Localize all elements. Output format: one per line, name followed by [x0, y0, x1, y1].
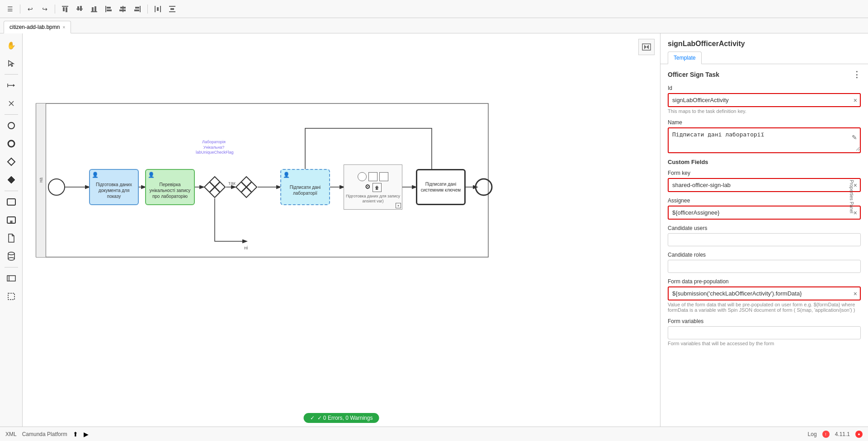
left-toolbar: ✋ [0, 33, 23, 441]
svg-rect-34 [7, 199, 15, 205]
id-clear-button[interactable]: × [854, 97, 857, 104]
form-variables-input[interactable] [668, 327, 860, 339]
name-input[interactable]: Підписати дані лабораторії [669, 128, 860, 151]
file-menu-button[interactable]: ☰ [4, 3, 16, 15]
form-key-label: Form key [668, 170, 861, 176]
subprocess-group[interactable]: ⚙ 🗑 Підготовка даних для запису ansient … [344, 164, 402, 210]
version-label: 4.11.1 [835, 431, 850, 437]
svg-point-42 [8, 258, 14, 260]
align-left-button[interactable] [102, 3, 115, 15]
id-input[interactable] [669, 94, 860, 106]
left-toolbar-sep-4 [5, 267, 18, 267]
form-data-field-group: Form data pre-population × Value of the … [668, 278, 861, 313]
name-input-wrapper: Підписати дані лабораторії ✎ [668, 127, 861, 153]
svg-rect-43 [7, 276, 15, 281]
xml-label[interactable]: XML [5, 431, 17, 437]
task-check-uniqueness[interactable]: 👤 Перевірка унікальності запису про лабо… [145, 169, 195, 205]
svg-point-39 [8, 252, 14, 255]
task-prepare-data[interactable]: 👤 Підготовка даних документа для показу [89, 169, 139, 205]
svg-rect-0 [62, 6, 68, 7]
template-tab[interactable]: Template [668, 52, 702, 64]
id-input-wrapper: × [668, 93, 861, 107]
svg-marker-47 [644, 45, 646, 49]
svg-rect-20 [157, 7, 159, 11]
filled-circle-button[interactable] [3, 136, 19, 152]
document-button[interactable] [3, 230, 19, 246]
gateway1-ni-label: ні [244, 245, 248, 250]
lasso-tool-button[interactable] [3, 95, 19, 112]
log-label[interactable]: Log [808, 431, 817, 437]
assignee-input[interactable] [669, 206, 860, 219]
selection-box-button[interactable] [3, 288, 19, 305]
left-toolbar-sep-2 [5, 114, 18, 115]
hand-tool-button[interactable]: ✋ [3, 37, 19, 53]
candidate-users-field-group: Candidate users [668, 225, 861, 246]
left-toolbar-sep-1 [5, 74, 18, 75]
rectangle-task-button[interactable] [3, 194, 19, 210]
align-right-button[interactable] [131, 3, 144, 15]
align-middle-button[interactable] [73, 3, 86, 15]
gateway-2[interactable] [235, 176, 258, 198]
pool-button[interactable] [3, 270, 19, 286]
select-tool-button[interactable] [3, 55, 19, 71]
custom-fields-title: Custom Fields [668, 159, 861, 165]
notification-badge: ! [822, 431, 830, 438]
candidate-roles-input[interactable] [668, 260, 860, 272]
assignee-clear-button[interactable]: × [854, 209, 857, 216]
redo-button[interactable]: ↩ [38, 3, 51, 15]
svg-rect-8 [94, 6, 96, 11]
form-data-input[interactable] [669, 287, 860, 300]
candidate-roles-label: Candidate roles [668, 252, 861, 258]
section-dots-menu[interactable]: ⋮ [853, 70, 861, 80]
tab-close-button[interactable]: × [62, 25, 65, 30]
subprocess-button[interactable] [3, 212, 19, 228]
filled-diamond-button[interactable] [3, 172, 19, 188]
svg-rect-17 [134, 9, 139, 11]
status-bar-right: Log ! 4.11.1 ● [660, 427, 868, 441]
minimap-button[interactable] [638, 39, 655, 55]
cylinder-data-button[interactable] [3, 248, 19, 264]
errors-badge-container: ✓ ✓ 0 Errors, 0 Warnings [304, 413, 379, 423]
align-center-button[interactable] [117, 3, 129, 15]
svg-rect-7 [92, 7, 94, 11]
name-field-group: Name Підписати дані лабораторії ✎ [668, 119, 861, 153]
main-area: ✋ [0, 33, 868, 441]
distribute-v-button[interactable] [166, 3, 179, 15]
candidate-users-label: Candidate users [668, 225, 861, 231]
properties-section: Officer Sign Task ⋮ Id × This maps to th… [660, 64, 868, 357]
form-variables-label: Form variables [668, 318, 861, 324]
properties-panel-tabs: Template [660, 52, 868, 64]
diamond-gateway-button[interactable] [3, 154, 19, 170]
svg-marker-32 [8, 158, 15, 165]
name-clear-button[interactable]: ✎ [852, 134, 857, 141]
gateway-1[interactable] [203, 176, 226, 198]
candidate-users-input-wrapper [668, 233, 861, 246]
align-top-button[interactable] [59, 3, 71, 15]
circle-event-button[interactable] [3, 117, 19, 134]
svg-rect-18 [155, 6, 156, 12]
form-variables-field-group: Form variables Form variables that will … [668, 318, 861, 346]
play-button[interactable]: ▶ [84, 431, 89, 438]
bpmn-tab[interactable]: citizen-add-lab.bpmn × [4, 21, 71, 33]
tab-name: citizen-add-lab.bpmn [9, 24, 60, 30]
task-sign-lab-data[interactable]: 👤 Підписати дані лабораторії [280, 169, 330, 205]
svg-rect-22 [169, 11, 175, 12]
form-data-clear-button[interactable]: × [854, 290, 857, 297]
connect-tool-button[interactable] [3, 77, 19, 94]
svg-rect-4 [77, 6, 79, 10]
check-icon: ✓ [310, 415, 315, 421]
task-sign-system-key[interactable]: Підписати дані системним ключем [416, 169, 466, 205]
upload-button[interactable]: ⬆ [73, 431, 78, 438]
id-label: Id [668, 85, 861, 91]
bpmn-canvas[interactable]: на 👤 Підготовка даних документа для пока… [23, 33, 660, 441]
distribute-h-button[interactable] [151, 3, 164, 15]
undo-button[interactable]: ↩ [24, 3, 37, 15]
pool-name: на [38, 178, 43, 183]
form-data-input-wrapper: × [668, 286, 861, 300]
form-key-clear-button[interactable]: × [854, 182, 857, 189]
pool-label: на [36, 103, 46, 257]
form-key-input[interactable] [669, 179, 860, 191]
candidate-users-input[interactable] [668, 234, 860, 246]
align-bottom-button[interactable] [88, 3, 100, 15]
svg-rect-2 [66, 7, 67, 12]
